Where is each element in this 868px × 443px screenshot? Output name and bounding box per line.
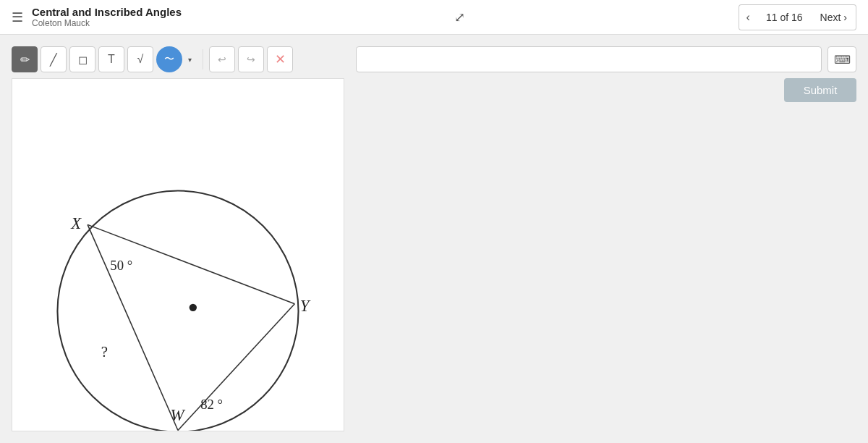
- toolbar-separator: [203, 49, 203, 69]
- keyboard-button[interactable]: ⌨: [827, 46, 856, 72]
- undo-icon: ↩: [218, 54, 226, 65]
- submit-button[interactable]: Submit: [784, 78, 856, 102]
- header-subtitle: Coleton Mauck: [32, 18, 182, 28]
- shape-tool[interactable]: 〜: [156, 46, 182, 72]
- line-icon: ╱: [50, 53, 57, 67]
- keyboard-icon: ⌨: [834, 53, 851, 67]
- text-tool[interactable]: T: [98, 46, 124, 72]
- answer-row: ⌨: [356, 46, 856, 72]
- next-label: Next: [820, 12, 841, 23]
- x-label: X: [70, 214, 82, 232]
- w-label: W: [171, 406, 186, 424]
- header-center: ⤢: [454, 9, 465, 25]
- answer-input[interactable]: [356, 46, 822, 72]
- undo-button[interactable]: ↩: [209, 46, 235, 72]
- canvas-area[interactable]: X Y W 50 ° 82 ° ?: [12, 78, 344, 431]
- shape-dropdown[interactable]: ▾: [182, 46, 197, 72]
- next-button[interactable]: Next ›: [812, 4, 856, 30]
- nav-count: 11 of 16: [757, 4, 812, 30]
- hamburger-icon[interactable]: ☰: [12, 9, 23, 25]
- next-arrow: ›: [843, 12, 847, 23]
- header-title-group: Central and Inscribed Angles Coleton Mau…: [32, 6, 182, 28]
- line-tool[interactable]: ╱: [41, 46, 67, 72]
- header: ☰ Central and Inscribed Angles Coleton M…: [0, 0, 868, 35]
- toolbar: ✏ ╱ ◻ T √ 〜 ▾ ↩: [12, 46, 344, 72]
- shape-icon: 〜: [164, 53, 174, 66]
- text-icon: T: [108, 53, 115, 66]
- submit-row: Submit: [356, 78, 856, 102]
- header-left: ☰ Central and Inscribed Angles Coleton M…: [12, 6, 182, 28]
- clear-button[interactable]: ✕: [267, 46, 293, 72]
- question-label: ?: [101, 343, 108, 360]
- pencil-tool[interactable]: ✏: [12, 46, 38, 72]
- close-icon: ✕: [275, 51, 286, 67]
- right-panel: ⌨ Submit: [356, 46, 856, 431]
- angle-50-label: 50 °: [110, 258, 132, 273]
- redo-icon: ↪: [247, 54, 255, 65]
- left-panel: ✏ ╱ ◻ T √ 〜 ▾ ↩: [12, 46, 344, 431]
- shape-tool-group: 〜 ▾: [156, 46, 197, 72]
- pencil-icon: ✏: [20, 53, 30, 67]
- svg-line-3: [88, 224, 178, 430]
- prev-button[interactable]: ‹: [739, 4, 757, 30]
- svg-line-4: [178, 304, 294, 431]
- diagram-svg: X Y W 50 ° 82 ° ?: [12, 79, 344, 431]
- expand-icon[interactable]: ⤢: [454, 9, 465, 25]
- svg-point-1: [190, 304, 197, 311]
- eraser-tool[interactable]: ◻: [69, 46, 95, 72]
- eraser-icon: ◻: [78, 53, 88, 67]
- sqrt-icon: √: [137, 53, 144, 66]
- angle-82-label: 82 °: [200, 397, 223, 412]
- sqrt-tool[interactable]: √: [127, 46, 153, 72]
- main: ✏ ╱ ◻ T √ 〜 ▾ ↩: [0, 35, 868, 443]
- header-right: ‹ 11 of 16 Next ›: [739, 4, 856, 30]
- header-title: Central and Inscribed Angles: [32, 6, 182, 18]
- redo-button[interactable]: ↪: [238, 46, 264, 72]
- y-label: Y: [300, 297, 311, 315]
